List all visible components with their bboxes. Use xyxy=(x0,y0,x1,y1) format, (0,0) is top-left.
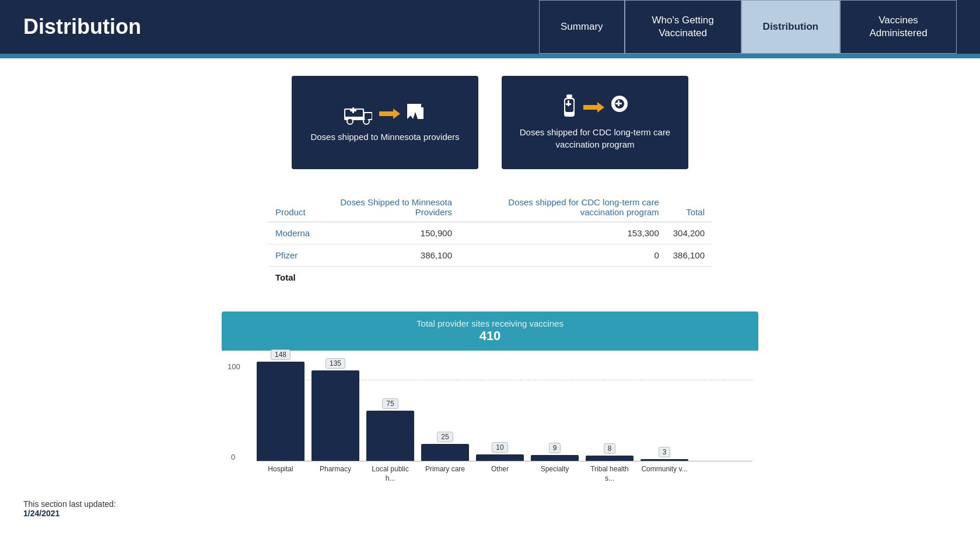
bar-rect xyxy=(421,444,469,461)
card-mn-text: Doses shipped to Minnesota providers xyxy=(310,131,459,143)
bars-container: 148135752510983 xyxy=(257,362,752,461)
bar-value-badge: 75 xyxy=(382,398,398,409)
bar-rect xyxy=(366,411,414,461)
pin-icon xyxy=(609,94,630,120)
svg-point-3 xyxy=(363,118,369,124)
svg-marker-8 xyxy=(379,108,400,119)
svg-rect-9 xyxy=(566,94,572,98)
total-mn xyxy=(317,267,459,289)
card-mn-icons xyxy=(344,103,426,125)
table-row: Moderna 150,900 153,300 304,200 xyxy=(268,222,712,244)
page-header: Distribution Summary Who's Getting Vacci… xyxy=(0,0,980,54)
provider-sites-label: Total provider sites receiving vaccines xyxy=(233,318,747,328)
bar-value-badge: 3 xyxy=(659,447,671,457)
card-mn: Doses shipped to Minnesota providers xyxy=(292,76,478,169)
arrow-icon-1 xyxy=(379,107,400,120)
svg-marker-14 xyxy=(583,102,604,113)
bar-group: 148 xyxy=(257,349,304,461)
product-pfizer: Pfizer xyxy=(268,244,317,267)
mn-pfizer: 386,100 xyxy=(317,244,459,267)
footer-updated-date: 1/24/2021 xyxy=(23,509,116,518)
bar-value-badge: 25 xyxy=(437,432,453,442)
bar-group: 9 xyxy=(531,443,579,461)
svg-point-2 xyxy=(347,118,353,124)
main-content: Doses shipped to Minnesota providers xyxy=(0,58,980,514)
bar-group: 25 xyxy=(421,432,469,461)
page-title: Distribution xyxy=(23,15,141,39)
tab-who[interactable]: Who's Getting Vaccinated xyxy=(625,0,741,54)
bar-group: 10 xyxy=(476,442,524,461)
y-label-0: 0 xyxy=(231,453,235,461)
bar-rect xyxy=(586,456,634,461)
bar-group: 3 xyxy=(640,447,688,461)
svg-rect-13 xyxy=(566,103,571,105)
card-cdc-text: Doses shipped for CDC long-term care vac… xyxy=(516,126,674,150)
distribution-table: Product Doses Shipped to Minnesota Provi… xyxy=(268,192,712,288)
table-row: Pfizer 386,100 0 386,100 xyxy=(268,244,712,267)
col-total: Total xyxy=(666,192,712,222)
bar-value-badge: 8 xyxy=(604,443,616,454)
total-label: Total xyxy=(268,267,317,289)
navigation: Summary Who's Getting Vaccinated Distrib… xyxy=(539,0,957,54)
bar-x-label: Pharmacy xyxy=(312,465,359,474)
bar-x-label: Community v... xyxy=(640,465,688,474)
card-cdc-icons xyxy=(560,94,630,120)
col-mn-doses: Doses Shipped to Minnesota Providers xyxy=(317,192,459,222)
bar-x-label: Other xyxy=(476,465,524,474)
tab-vaccines[interactable]: Vaccines Administered xyxy=(840,0,957,54)
footer-updated-label: This section last updated: xyxy=(23,499,116,509)
bottle-icon xyxy=(560,94,579,120)
bar-x-label: Primary care xyxy=(421,465,469,474)
card-cdc: Doses shipped for CDC long-term care vac… xyxy=(502,76,688,169)
bar-rect xyxy=(476,454,524,461)
provider-header-box: Total provider sites receiving vaccines … xyxy=(222,312,758,351)
provider-sites-total: 410 xyxy=(233,328,747,344)
svg-rect-18 xyxy=(615,103,622,104)
bar-x-label: Specialty xyxy=(531,465,579,474)
header-divider xyxy=(0,54,980,58)
bar-rect xyxy=(531,455,579,461)
arrow-icon-2 xyxy=(583,101,604,114)
bar-value-badge: 9 xyxy=(549,443,561,453)
total-pfizer: 386,100 xyxy=(666,244,712,267)
bar-group: 135 xyxy=(312,358,359,461)
cdc-pfizer: 0 xyxy=(459,244,666,267)
bar-value-badge: 148 xyxy=(271,349,290,360)
provider-sites-section: Total provider sites receiving vaccines … xyxy=(222,312,758,491)
bar-x-label: Tribal health s... xyxy=(586,465,634,483)
xlabels-container: HospitalPharmacyLocal public h...Primary… xyxy=(257,463,752,491)
cdc-moderna: 153,300 xyxy=(459,222,666,244)
bar-rect xyxy=(257,362,304,461)
bar-x-label: Local public h... xyxy=(366,465,414,483)
svg-rect-5 xyxy=(365,113,372,119)
total-moderna: 304,200 xyxy=(666,222,712,244)
y-label-100: 100 xyxy=(228,362,240,371)
tab-summary[interactable]: Summary xyxy=(539,0,625,54)
total-total xyxy=(666,267,712,289)
product-moderna: Moderna xyxy=(268,222,317,244)
table-total-row: Total xyxy=(268,267,712,289)
bar-rect xyxy=(312,370,359,461)
bar-group: 8 xyxy=(586,443,634,461)
total-cdc xyxy=(459,267,666,289)
svg-rect-7 xyxy=(350,110,356,111)
mn-moderna: 150,900 xyxy=(317,222,459,244)
tab-distribution[interactable]: Distribution xyxy=(741,0,840,54)
mn-icon xyxy=(405,103,426,125)
info-cards-row: Doses shipped to Minnesota providers xyxy=(23,76,957,169)
col-cdc-doses: Doses shipped for CDC long-term care vac… xyxy=(459,192,666,222)
bar-value-badge: 10 xyxy=(492,442,508,453)
bar-value-badge: 135 xyxy=(326,358,345,369)
col-product: Product xyxy=(268,192,317,222)
footer-note: This section last updated: 1/24/2021 xyxy=(23,499,116,518)
bar-chart: 100 0 148135752510983 HospitalPharmacyLo… xyxy=(222,351,758,491)
bar-x-label: Hospital xyxy=(257,465,304,474)
truck-icon xyxy=(344,103,374,125)
bar-rect xyxy=(640,459,688,461)
bar-group: 75 xyxy=(366,398,414,461)
